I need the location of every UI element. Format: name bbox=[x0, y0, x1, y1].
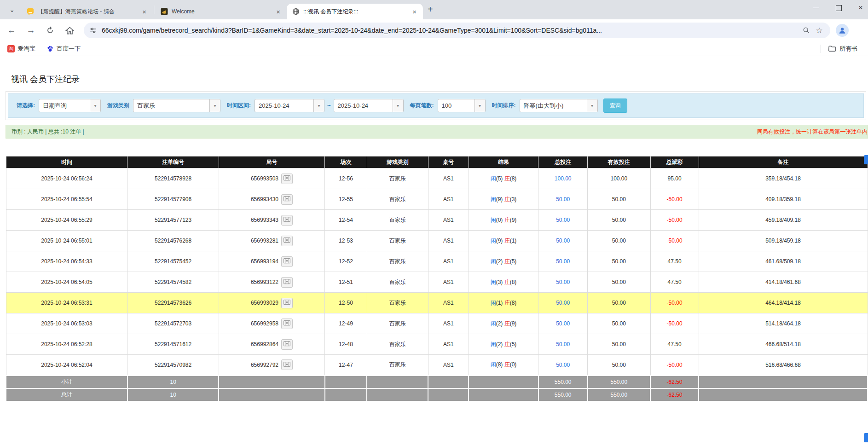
chevron-down-icon: ▾ bbox=[393, 99, 403, 112]
search-button[interactable]: 查询 bbox=[603, 98, 627, 113]
maximize-button[interactable] bbox=[833, 3, 844, 13]
url-text[interactable]: 66cxkj98.com/game/betrecord_search/kind3… bbox=[102, 27, 800, 34]
tab-bet-record-active[interactable]: :::视讯 会员下注纪录::: × bbox=[287, 4, 423, 19]
game-type-select[interactable]: 百家乐 ▾ bbox=[133, 99, 220, 112]
info-bar: 币别 : 人民币 | 总共 :10 注单 | 同局有效投注，统一计算在该局第一张… bbox=[6, 125, 868, 139]
film-icon bbox=[284, 278, 290, 286]
window-close-button[interactable]: × bbox=[855, 3, 866, 13]
video-replay-button[interactable] bbox=[281, 215, 293, 226]
url-bar[interactable]: 66cxkj98.com/game/betrecord_search/kind3… bbox=[84, 23, 830, 38]
video-replay-button[interactable] bbox=[281, 339, 293, 350]
profile-avatar[interactable] bbox=[836, 24, 849, 37]
video-replay-button[interactable] bbox=[281, 256, 293, 267]
cell-game: 百家乐 bbox=[367, 355, 428, 376]
cell-session: 12-52 bbox=[325, 251, 367, 272]
zoom-search-icon[interactable] bbox=[800, 24, 813, 37]
cell-payout: -50.00 bbox=[650, 189, 699, 210]
site-settings-icon[interactable] bbox=[89, 27, 97, 35]
date-end-select[interactable]: 2025-10-24 ▾ bbox=[334, 99, 404, 112]
baidu-paw-icon bbox=[46, 45, 54, 52]
game-type-label: 游戏类别 bbox=[107, 102, 129, 110]
cell-session: 12-56 bbox=[325, 168, 367, 189]
video-replay-button[interactable] bbox=[281, 277, 293, 288]
filter-bar: 请选择: 日期查询 ▾ 游戏类别 百家乐 ▾ 时间区间: 2025-10-24 … bbox=[8, 93, 864, 118]
tab-close-icon[interactable]: × bbox=[140, 7, 148, 16]
bookmarks-right: 所有书 bbox=[821, 43, 868, 55]
sort-value: 降幂(由大到小) bbox=[520, 102, 587, 110]
total-bet-link[interactable]: 50.00 bbox=[556, 279, 570, 285]
table-row: 2025-10-24 06:54:05522914574582656993122… bbox=[6, 272, 868, 293]
video-replay-button[interactable] bbox=[281, 236, 293, 246]
cell-time: 2025-10-24 06:55:54 bbox=[6, 189, 127, 210]
tab-close-icon[interactable]: × bbox=[411, 7, 418, 16]
cell-bet-id: 522914577906 bbox=[127, 189, 219, 210]
bookmark-label: 百度一下 bbox=[57, 45, 81, 53]
tab-welcome[interactable]: Welcome × bbox=[155, 4, 287, 19]
video-replay-button[interactable] bbox=[281, 174, 293, 184]
tab-forum[interactable]: 【新提醒】海燕策略论坛 - 综合 × bbox=[21, 4, 153, 19]
video-replay-button[interactable] bbox=[281, 298, 293, 308]
total-bet-link[interactable]: 50.00 bbox=[556, 196, 570, 203]
cell-total-bet: 50.00 bbox=[538, 210, 588, 231]
date-start-select[interactable]: 2025-10-24 ▾ bbox=[255, 99, 324, 112]
cell-payout: -50.00 bbox=[650, 210, 699, 231]
per-page-label: 每页笔数: bbox=[410, 102, 434, 110]
new-tab-button[interactable]: + bbox=[428, 4, 433, 15]
total-bet-link[interactable]: 50.00 bbox=[556, 258, 570, 265]
cell-game: 百家乐 bbox=[367, 210, 428, 231]
window-controls: × bbox=[811, 3, 866, 13]
cell-remark: 414.18/461.68 bbox=[699, 272, 868, 293]
minimize-button[interactable] bbox=[811, 3, 822, 13]
table-row: 2025-10-24 06:53:03522914572703656992958… bbox=[6, 313, 868, 334]
video-replay-button[interactable] bbox=[281, 359, 293, 370]
tab-title: Welcome bbox=[172, 8, 271, 15]
table-row: 2025-10-24 06:56:24522914578928656993503… bbox=[6, 168, 868, 189]
cell-round: 656992864 bbox=[219, 334, 324, 355]
cell-round: 656993281 bbox=[219, 231, 324, 251]
cell-remark: 409.18/359.18 bbox=[699, 189, 868, 210]
video-replay-button[interactable] bbox=[281, 319, 293, 329]
cell-table-no: AS1 bbox=[428, 251, 469, 272]
video-replay-button[interactable] bbox=[281, 194, 293, 205]
bookmark-taobao[interactable]: 淘 爱淘宝 bbox=[4, 43, 39, 55]
film-icon bbox=[284, 258, 290, 265]
per-page-select[interactable]: 100 ▾ bbox=[438, 99, 486, 112]
tab-close-icon[interactable]: × bbox=[274, 7, 282, 16]
home-icon[interactable] bbox=[62, 23, 77, 38]
cell-total-bet: 100.00 bbox=[538, 168, 588, 189]
cell-valid-bet: 50.00 bbox=[588, 251, 651, 272]
cell-game: 百家乐 bbox=[367, 251, 428, 272]
right-edge-button-upper[interactable] bbox=[864, 155, 868, 164]
total-bet-link[interactable]: 50.00 bbox=[556, 320, 570, 327]
cell-table-no: AS1 bbox=[428, 189, 469, 210]
film-icon bbox=[284, 320, 290, 327]
bookmark-star-icon[interactable]: ☆ bbox=[813, 24, 826, 37]
total-bet-link[interactable]: 50.00 bbox=[556, 362, 570, 368]
all-bookmarks-folder[interactable]: 所有书 bbox=[827, 43, 868, 55]
reload-icon[interactable] bbox=[42, 23, 58, 38]
sort-select[interactable]: 降幂(由大到小) ▾ bbox=[520, 99, 598, 112]
cell-round: 656993343 bbox=[219, 210, 324, 231]
footer-count: 10 bbox=[127, 376, 219, 388]
cell-valid-bet: 50.00 bbox=[588, 272, 651, 293]
total-bet-link[interactable]: 50.00 bbox=[556, 300, 570, 306]
back-icon[interactable]: ← bbox=[4, 23, 19, 38]
cell-total-bet: 50.00 bbox=[538, 272, 588, 293]
cell-result: 闲(2) 庄(9) bbox=[469, 313, 538, 334]
tab-search-chevron-icon[interactable]: ⌄ bbox=[6, 3, 18, 16]
total-bet-link[interactable]: 50.00 bbox=[556, 341, 570, 348]
right-edge-button-lower[interactable] bbox=[864, 433, 868, 442]
total-bet-link[interactable]: 50.00 bbox=[556, 217, 570, 223]
footer-valid-bet: 550.00 bbox=[588, 388, 651, 401]
bookmarks-bar: 淘 爱淘宝 百度一下 所有书 bbox=[0, 41, 868, 56]
query-type-select[interactable]: 日期查询 ▾ bbox=[39, 99, 101, 112]
cell-game: 百家乐 bbox=[367, 334, 428, 355]
filter-panel: 请选择: 日期查询 ▾ 游戏类别 百家乐 ▾ 时间区间: 2025-10-24 … bbox=[6, 91, 866, 120]
total-bet-link[interactable]: 100.00 bbox=[555, 175, 572, 182]
bookmark-baidu[interactable]: 百度一下 bbox=[43, 43, 84, 55]
total-bet-link[interactable]: 50.00 bbox=[556, 237, 570, 244]
cell-time: 2025-10-24 06:52:04 bbox=[6, 355, 127, 376]
forward-icon[interactable]: → bbox=[23, 23, 39, 38]
cell-total-bet: 50.00 bbox=[538, 355, 588, 376]
table-row: 2025-10-24 06:52:28522914571612656992864… bbox=[6, 334, 868, 355]
